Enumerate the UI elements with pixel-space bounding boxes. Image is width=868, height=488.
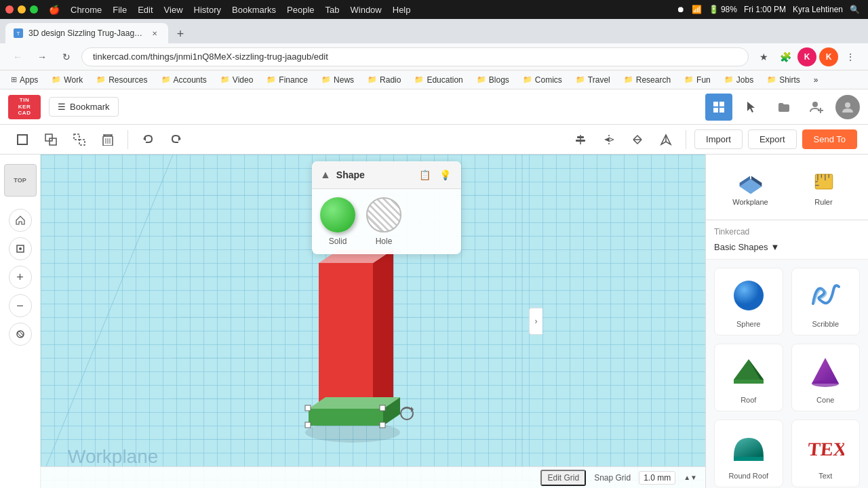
bookmark-research[interactable]: 📁 Research xyxy=(618,74,676,86)
send-to-button[interactable]: Send To xyxy=(802,129,857,149)
window-menu[interactable]: Window xyxy=(351,5,382,15)
hole-option[interactable]: Hole xyxy=(366,197,401,246)
bookmark-video[interactable]: 📁 Video xyxy=(215,74,258,86)
people-menu[interactable]: People xyxy=(287,5,314,15)
minimize-button[interactable] xyxy=(18,5,26,14)
bookmark-jobs[interactable]: 📁 Jobs xyxy=(719,74,759,86)
bookmark-work[interactable]: 📁 Work xyxy=(46,74,88,86)
bookmarks-menu[interactable]: Bookmarks xyxy=(232,5,276,15)
tinkercad-logo[interactable]: TINKERCAD xyxy=(8,95,41,119)
panel-collapse-button[interactable]: › xyxy=(529,308,542,335)
shape-panel-collapse-icon[interactable]: ▲ xyxy=(320,169,331,181)
bookmark-radio[interactable]: 📁 Radio xyxy=(362,74,406,86)
view-cube[interactable]: TOP xyxy=(4,164,37,197)
bookmark-fun[interactable]: 📁 Fun xyxy=(679,74,716,86)
grid-view-button[interactable] xyxy=(705,94,732,121)
orbit-button[interactable] xyxy=(9,323,32,346)
bookmark-accounts[interactable]: 📁 Accounts xyxy=(156,74,212,86)
mirror-tool-button[interactable] xyxy=(597,128,620,151)
bookmark-news-label: News xyxy=(334,75,354,85)
workplane-button[interactable]: Workplane xyxy=(714,163,787,211)
shape-copy-icon[interactable]: 📋 xyxy=(416,167,433,183)
tab-favicon: T xyxy=(14,28,23,38)
fullscreen-button[interactable] xyxy=(30,5,38,14)
chrome-menu[interactable]: Chrome xyxy=(71,5,102,15)
shape-card-scribble[interactable]: Scribble xyxy=(791,268,861,336)
redo-button[interactable] xyxy=(165,128,188,151)
workplane-label: Workplane xyxy=(732,198,768,206)
profile-avatar-2[interactable]: K xyxy=(819,47,838,66)
pointer-tool-button[interactable] xyxy=(738,94,765,121)
apple-menu[interactable]: 🍎 xyxy=(49,5,60,15)
flip-vertical-button[interactable] xyxy=(626,128,649,151)
chrome-menu-icon[interactable]: ⋮ xyxy=(841,47,860,66)
folder-icon: 📁 xyxy=(767,75,776,84)
shape-card-text[interactable]: TEXT Text xyxy=(791,420,861,487)
tc-canvas[interactable]: Workplane ▲ Shape 📋 💡 xyxy=(41,155,705,488)
bookmark-travel[interactable]: 📁 Travel xyxy=(570,74,616,86)
snap-grid-value[interactable]: 1.0 mm xyxy=(639,471,675,485)
file-menu[interactable]: File xyxy=(113,5,127,15)
export-button[interactable]: Export xyxy=(748,129,797,149)
import-button[interactable]: Import xyxy=(694,129,743,149)
add-user-button[interactable] xyxy=(803,94,830,121)
forward-button[interactable]: → xyxy=(33,47,52,66)
delete-button[interactable] xyxy=(96,128,119,151)
undo-button[interactable] xyxy=(136,128,159,151)
view-menu[interactable]: View xyxy=(164,5,183,15)
zoom-in-button[interactable]: + xyxy=(9,266,32,289)
reload-button[interactable]: ↻ xyxy=(57,47,76,66)
tab-menu[interactable]: Tab xyxy=(326,5,340,15)
bookmark-comics[interactable]: 📁 Comics xyxy=(517,74,568,86)
app-container: TINKERCAD ☰ Bookmark xyxy=(0,89,868,488)
shape-card-sphere[interactable]: Sphere xyxy=(714,268,783,336)
fit-view-button[interactable] xyxy=(9,237,32,260)
shape-card-cone[interactable]: Cone xyxy=(791,344,861,411)
shape-lightbulb-icon[interactable]: 💡 xyxy=(437,167,453,183)
traffic-lights[interactable] xyxy=(5,5,38,14)
select-tool-button[interactable] xyxy=(11,128,34,151)
bookmark-education[interactable]: 📁 Education xyxy=(409,74,468,86)
solid-option[interactable]: Solid xyxy=(320,197,355,246)
svg-point-73 xyxy=(812,380,839,387)
profile-icon-2[interactable]: K xyxy=(819,47,838,66)
bookmark-button[interactable]: ☰ Bookmark xyxy=(49,97,119,117)
search-icon[interactable]: 🔍 xyxy=(850,5,860,14)
ruler-button[interactable]: Ruler xyxy=(787,163,860,211)
tab-close-button[interactable]: ✕ xyxy=(149,28,160,39)
recording-indicator: ⏺ xyxy=(677,5,685,14)
home-view-button[interactable] xyxy=(9,209,32,232)
profile-avatar-1[interactable]: K xyxy=(797,47,816,66)
edit-grid-button[interactable]: Edit Grid xyxy=(540,470,586,486)
ungroup-button[interactable] xyxy=(68,128,91,151)
address-bar[interactable] xyxy=(81,47,749,66)
profile-button[interactable] xyxy=(835,95,860,119)
back-button[interactable]: ← xyxy=(8,47,27,66)
library-dropdown[interactable]: Basic Shapes ▼ xyxy=(714,242,860,252)
shape-card-roof[interactable]: Roof xyxy=(714,344,783,411)
history-menu[interactable]: History xyxy=(194,5,221,15)
bookmark-blogs[interactable]: 📁 Blogs xyxy=(471,74,515,86)
bookmark-star-icon[interactable]: ★ xyxy=(754,47,773,66)
extensions-icon[interactable]: 🧩 xyxy=(776,47,795,66)
folder-button[interactable] xyxy=(770,94,797,121)
edit-menu[interactable]: Edit xyxy=(138,5,153,15)
zoom-out-button[interactable]: − xyxy=(9,294,32,317)
bookmark-finance[interactable]: 📁 Finance xyxy=(261,74,313,86)
close-button[interactable] xyxy=(5,5,14,14)
profile-icon-1[interactable]: K xyxy=(797,47,816,66)
bookmark-shirts[interactable]: 📁 Shirts xyxy=(762,74,806,86)
group-button[interactable] xyxy=(39,128,62,151)
bookmark-apps[interactable]: ⊞ Apps xyxy=(5,74,43,86)
bookmark-news[interactable]: 📁 News xyxy=(316,74,359,86)
align-tool-button[interactable] xyxy=(569,128,592,151)
new-tab-button[interactable]: + xyxy=(171,24,190,43)
snap-grid-arrow-icon[interactable]: ▲▼ xyxy=(684,474,697,481)
browser-tab[interactable]: T 3D design Sizzling Trug-Jaagub... ✕ xyxy=(5,23,168,43)
view-cube-container[interactable]: TOP xyxy=(3,163,38,198)
bookmark-resources[interactable]: 📁 Resources xyxy=(91,74,153,86)
more-bookmarks[interactable]: » xyxy=(808,74,824,86)
help-menu[interactable]: Help xyxy=(393,5,411,15)
orient-button[interactable] xyxy=(654,128,677,151)
shape-card-round-roof[interactable]: Round Roof xyxy=(714,420,783,487)
